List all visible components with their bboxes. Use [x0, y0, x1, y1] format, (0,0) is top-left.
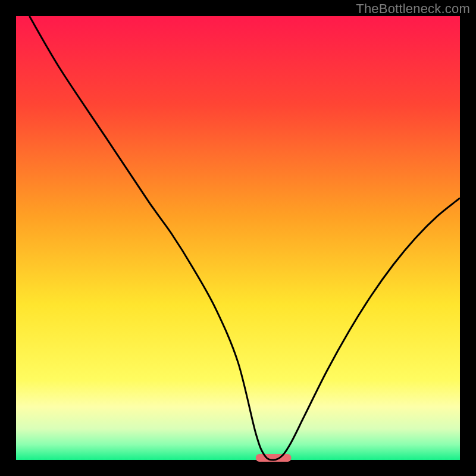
watermark-text: TheBottleneck.com — [356, 1, 470, 17]
chart-container: TheBottleneck.com — [0, 0, 476, 476]
bottleneck-chart — [0, 0, 476, 476]
plot-background — [16, 16, 460, 460]
